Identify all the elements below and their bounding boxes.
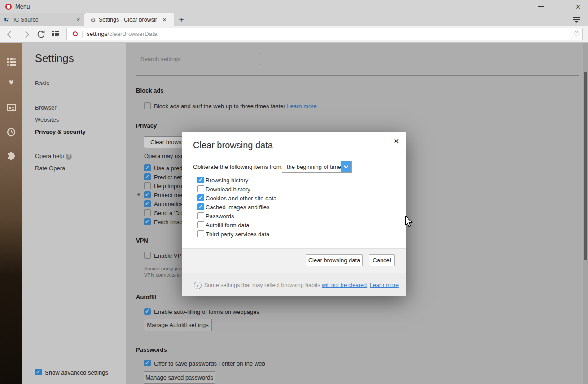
time-range-dropdown[interactable]: the beginning of time [282, 161, 352, 173]
maximize-icon [559, 4, 564, 9]
ic-source-favicon: IC [4, 13, 8, 26]
forward-arrow-icon [22, 30, 31, 39]
will-not-be-cleared-link[interactable]: will not be cleared [322, 282, 367, 288]
dialog-info-bar: i Some settings that may reflect browsin… [182, 273, 406, 296]
title-bar: Menu × [0, 0, 588, 13]
dialog-close-button[interactable]: × [394, 136, 399, 146]
dialog-checkbox-cached-images[interactable] [197, 203, 204, 210]
newspaper-icon [7, 104, 16, 111]
tab-close-icon[interactable]: × [162, 13, 167, 26]
dialog-label-third-party: Third party services data [206, 231, 269, 238]
minimize-icon [538, 6, 544, 7]
dialog-checkbox-passwords[interactable] [197, 212, 204, 219]
extensions-button[interactable] [0, 152, 22, 162]
url-path: /clearBrowserData [108, 31, 158, 37]
opera-sidebar: ♥ [0, 43, 22, 384]
tab-strip: IC IC Source × ⚙ Settings - Clear browsi… [0, 13, 588, 26]
back-button[interactable] [5, 30, 14, 39]
address-bar[interactable]: settings/clearBrowserData [66, 28, 570, 40]
page-area: ♥ [0, 43, 588, 384]
time-range-value: the beginning of time [282, 161, 343, 172]
clear-browsing-data-dialog: Clear browsing data × Obliterate the fol… [182, 132, 406, 296]
forward-button[interactable] [22, 30, 31, 39]
clock-icon [7, 128, 16, 137]
tab-settings[interactable]: ⚙ Settings - Clear browsing d × [84, 13, 174, 26]
dialog-checkbox-autofill[interactable] [197, 221, 204, 228]
close-icon: × [575, 2, 580, 11]
dialog-checkbox-third-party[interactable] [197, 230, 204, 237]
reload-icon [36, 30, 46, 39]
cursor-arrow-icon [405, 216, 413, 228]
dropdown-button[interactable] [341, 161, 351, 172]
dialog-info-text: Some settings that may reflect browsing … [204, 282, 399, 288]
new-tab-button[interactable]: + [176, 13, 187, 26]
close-window-button[interactable]: × [568, 0, 588, 13]
tab-menu-button[interactable] [573, 17, 580, 23]
close-icon: × [394, 136, 399, 146]
browser-window: Menu × IC IC Source × ⚙ Settings - Clear… [0, 0, 588, 384]
opera-logo-icon [5, 4, 12, 10]
dialog-checkbox-download-history[interactable] [197, 185, 204, 192]
learn-more-link[interactable]: Learn more [370, 282, 399, 288]
bookmark-heart-button[interactable]: ♡ [570, 28, 583, 40]
obliterate-label: Obliterate the following items from: [193, 163, 283, 170]
tab-close-icon[interactable]: × [76, 13, 80, 26]
navigation-toolbar: settings/clearBrowserData ♡ [0, 26, 588, 43]
grid-icon [52, 31, 60, 36]
dialog-label-passwords: Passwords [206, 213, 234, 220]
history-button[interactable] [0, 128, 22, 137]
url-text: settings/clearBrowserData [87, 28, 158, 40]
dialog-clear-button[interactable]: Clear browsing data [306, 254, 363, 266]
speed-dial-grid-button[interactable] [52, 31, 60, 38]
reload-button[interactable] [36, 30, 46, 39]
dialog-checkbox-browsing-history[interactable] [197, 177, 204, 183]
settings-gear-icon: ⚙ [90, 13, 96, 26]
dialog-checkbox-cookies[interactable] [197, 194, 204, 201]
minimize-button[interactable] [531, 0, 551, 13]
address-divider [82, 31, 83, 38]
menu-button-label: Menu [15, 0, 30, 13]
news-button[interactable] [0, 104, 22, 111]
dialog-title: Clear browsing data [193, 140, 273, 150]
heart-icon: ♥ [9, 78, 14, 87]
chevron-down-icon [344, 165, 348, 168]
plus-icon: + [179, 15, 184, 24]
dialog-button-bar: Clear browsing data Cancel [182, 248, 406, 273]
tab-ic-source[interactable]: IC IC Source × [0, 13, 85, 26]
dialog-label-autofill: Autofill form data [206, 222, 250, 229]
tab-title: IC Source [13, 13, 73, 26]
speed-dial-button[interactable] [0, 54, 22, 66]
opera-badge-icon [73, 31, 78, 36]
dialog-label-cached-images: Cached images and files [206, 204, 269, 211]
dialog-cancel-button[interactable]: Cancel [369, 254, 395, 266]
mouse-cursor [405, 216, 413, 228]
dialog-label-browsing-history: Browsing history [206, 177, 248, 184]
url-base: settings [87, 31, 108, 37]
dialog-label-download-history: Download history [206, 186, 250, 193]
speed-dial-icon [7, 58, 16, 66]
tab-menu-icon [573, 17, 580, 18]
tab-title: Settings - Clear browsing d [99, 13, 157, 26]
back-arrow-icon [5, 30, 14, 39]
puzzle-icon [6, 152, 16, 162]
bookmarks-button[interactable]: ♥ [0, 78, 22, 87]
info-icon: i [194, 282, 202, 289]
dialog-label-cookies: Cookies and other site data [206, 195, 276, 202]
heart-icon: ♡ [573, 30, 579, 38]
